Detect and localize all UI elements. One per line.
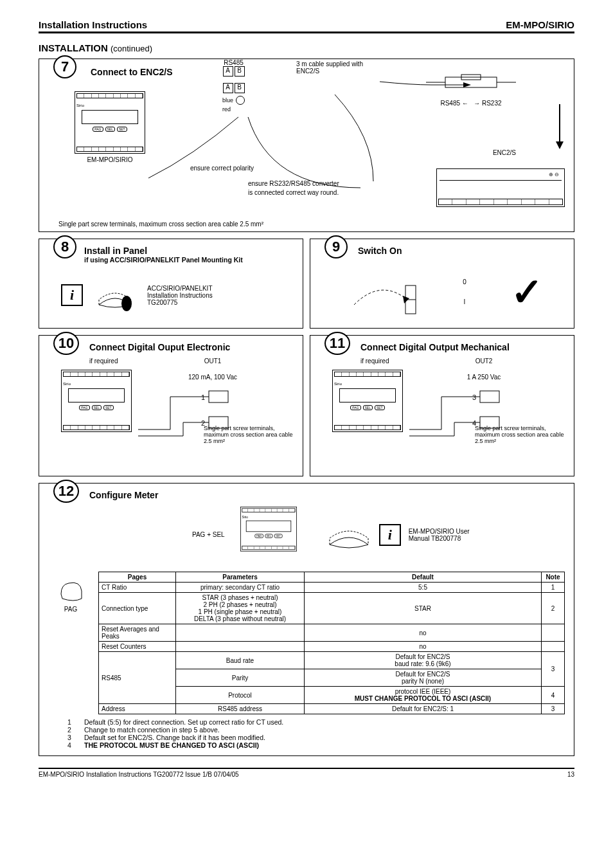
device-label: EM-MPO/SIRIO	[75, 156, 145, 163]
step11-box: 11 Connect Digital Output Mechanical if …	[310, 335, 574, 476]
converter-graphic: RS485 ← → RS232	[426, 72, 516, 107]
cable-label: 3 m cable supplied with ENC2/S	[296, 60, 373, 75]
arrow-down-icon	[555, 104, 565, 151]
step10-rating: 120 mA, 100 Vac	[132, 374, 294, 381]
header-left: Installation Instructions	[39, 19, 147, 30]
rs485-label: RS485	[222, 59, 245, 66]
step8-doc: ACC/SIRIO/PANELKIT Installation Instruct…	[147, 285, 213, 306]
step8-box: 8 Install in Panel if using ACC/SIRIO/PA…	[39, 239, 303, 329]
btn-pag: PAG	[93, 127, 103, 132]
svg-rect-21	[480, 391, 499, 402]
thumb-icon	[55, 572, 87, 604]
step8-badge: 8	[53, 235, 76, 258]
footnotes: 1Default (5:5) for direct connection. Se…	[67, 718, 565, 749]
th-params: Parameters	[176, 572, 305, 583]
pagsel-label: PAG + SEL	[192, 531, 225, 538]
svg-rect-11	[209, 391, 228, 402]
svg-text:1: 1	[201, 393, 205, 401]
meter-graphic-11: Sirio PAGSELSET	[332, 370, 403, 432]
rs232-arrow: → RS232	[474, 100, 501, 107]
table-row: Address RS485 address Default for ENC2/S…	[99, 704, 565, 714]
step7-box: 7 Connect to ENC2/S Sirio PAGSELSET EM-M…	[39, 59, 574, 232]
table-row: Reset Counters no	[99, 642, 565, 652]
step11-note: Single part screw terminals, maximum cro…	[475, 425, 565, 444]
step12-doc: EM-MPO/SIRIO User Manual TB200778	[409, 528, 470, 542]
step9-title: Switch On	[358, 246, 565, 256]
pag-label: PAG	[48, 606, 93, 613]
step11-title: Connect Digital Output Mechanical	[360, 342, 565, 352]
term-b-top: B	[235, 66, 245, 77]
converter-label1: ensure RS232/RS485 converter	[248, 180, 339, 187]
rs485-arrow: RS485 ←	[440, 100, 468, 107]
step11-rating: 1 A 250 Vac	[403, 374, 565, 381]
table-row: RS485 Baud rate Default for ENC2/S baud …	[99, 652, 565, 669]
step7-title: Connect to ENC2/S	[91, 67, 173, 77]
term-a-top: A	[223, 66, 233, 77]
switch-0: 0	[463, 278, 466, 285]
config-table: Pages Parameters Default Note CT Ratio p…	[98, 572, 565, 714]
table-row: CT Ratio primary: secondary CT ratio 5:5…	[99, 583, 565, 593]
th-pages: Pages	[99, 572, 176, 583]
step10-out: OUT1	[132, 357, 294, 365]
section-title: INSTALLATION (continued)	[39, 42, 574, 53]
info-icon-12: i	[379, 524, 401, 546]
header-right: EM-MPO/SIRIO	[506, 19, 574, 30]
meter-label: Sirio	[76, 104, 143, 107]
step11-badge: 11	[324, 332, 350, 355]
enc2s-box: ⊕ ⊖	[436, 168, 565, 207]
svg-point-7	[121, 296, 132, 311]
step10-badge: 10	[53, 332, 79, 355]
manual-icon-12	[326, 519, 371, 551]
enc-label: ENC2/S	[493, 149, 516, 156]
step11-ifreq: if required	[360, 357, 403, 365]
footer-left: EM-MPO/SIRIO Installation Instructions T…	[39, 771, 239, 778]
switch-1: I	[463, 298, 466, 305]
step10-note: Single part screw terminals, maximum cro…	[204, 425, 294, 444]
th-default: Default	[305, 572, 542, 583]
step10-ifreq: if required	[89, 357, 132, 365]
btn-sel: SEL	[105, 127, 115, 132]
meter-graphic-12: Sirio PAGSELSET	[240, 507, 297, 552]
section-continued: (continued)	[111, 44, 152, 53]
section-name: INSTALLATION	[39, 42, 108, 53]
step9-box: 9 Switch On 0 I ✓	[310, 239, 574, 329]
svg-marker-6	[556, 141, 564, 149]
meter-graphic: Sirio PAGSELSET	[75, 91, 145, 154]
step12-title: Configure Meter	[89, 490, 565, 500]
step11-out: OUT2	[403, 357, 565, 365]
table-row: Connection type STAR (3 phases + neutral…	[99, 593, 565, 624]
footer-page: 13	[567, 771, 574, 778]
step10-title: Connect Digital Ouput Electronic	[89, 342, 294, 352]
info-icon: i	[61, 284, 83, 306]
table-row: Reset Averages and Peaks no	[99, 624, 565, 642]
step12-badge: 12	[53, 480, 79, 503]
protocol-cell: protocol IEE (IEEE)MUST CHANGE PROTOCOL …	[305, 687, 542, 704]
step9-badge: 9	[324, 235, 348, 258]
terminals-note: Single part screw terminals, maximum cro…	[58, 221, 263, 228]
switch-icon	[341, 266, 418, 318]
step8-sub: if using ACC/SIRIO/PANELKIT Panel Mounti…	[84, 256, 294, 264]
page-header: Installation Instructions EM-MPO/SIRIO	[39, 19, 574, 33]
btn-set: SET	[117, 127, 127, 132]
svg-rect-1	[445, 77, 497, 87]
step7-badge: 7	[53, 55, 76, 78]
step12-box: 12 Configure Meter PAG + SEL Sirio PAGSE…	[39, 483, 574, 756]
step10-box: 10 Connect Digital Ouput Electronic if r…	[39, 335, 303, 476]
page-footer: EM-MPO/SIRIO Installation Instructions T…	[39, 768, 574, 778]
step8-title: Install in Panel	[84, 246, 294, 256]
polarity-label: ensure correct polarity	[190, 165, 254, 172]
svg-text:3: 3	[472, 393, 476, 401]
meter-graphic-10: Sirio PAGSELSET	[61, 370, 132, 432]
check-icon: ✓	[511, 269, 543, 314]
manual-icon	[96, 279, 134, 311]
converter-label2: is connected correct way round.	[248, 189, 339, 196]
th-note: Note	[542, 572, 565, 583]
